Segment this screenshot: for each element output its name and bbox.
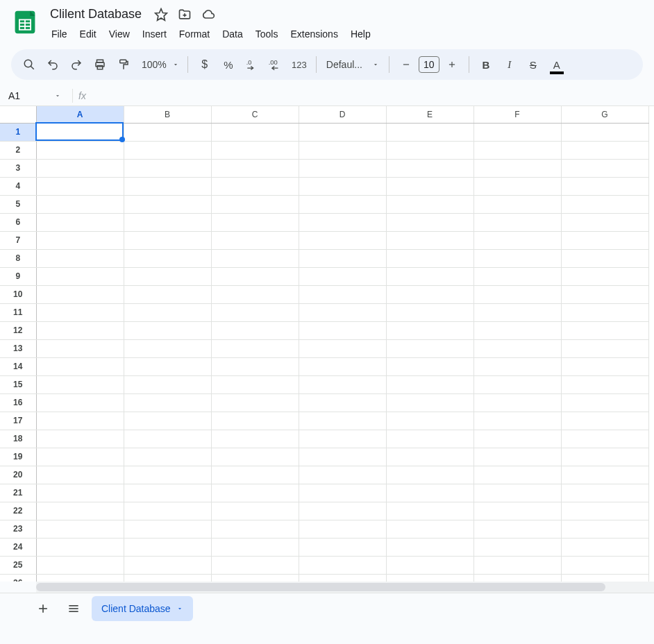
column-header-F[interactable]: F — [473, 106, 561, 123]
cell-E1[interactable] — [386, 123, 473, 141]
cell-G12[interactable] — [561, 321, 648, 339]
cell-C23[interactable] — [211, 520, 299, 538]
cell-B26[interactable] — [124, 574, 211, 582]
cell-D20[interactable] — [299, 466, 386, 484]
name-box[interactable]: A1 — [4, 90, 67, 101]
cell-C10[interactable] — [211, 285, 299, 303]
menu-tools[interactable]: Tools — [250, 26, 284, 42]
cell-C1[interactable] — [211, 123, 299, 141]
cell-F9[interactable] — [473, 267, 561, 285]
row-header-26[interactable]: 26 — [0, 574, 36, 582]
cell-F20[interactable] — [473, 466, 561, 484]
cell-F8[interactable] — [473, 249, 561, 267]
cell-A22[interactable] — [36, 502, 124, 520]
cell-B7[interactable] — [124, 231, 211, 249]
cell-D18[interactable] — [299, 430, 386, 448]
menu-help[interactable]: Help — [345, 26, 376, 42]
cell-C20[interactable] — [211, 466, 299, 484]
cell-G15[interactable] — [561, 375, 648, 393]
font-dropdown[interactable]: Defaul... — [322, 53, 383, 76]
decrease-decimal-button[interactable]: .0 — [241, 53, 263, 76]
currency-button[interactable]: $ — [194, 53, 216, 76]
cell-G24[interactable] — [561, 538, 648, 556]
cell-D9[interactable] — [299, 267, 386, 285]
cell-A6[interactable] — [36, 213, 124, 231]
cell-A23[interactable] — [36, 520, 124, 538]
cell-F25[interactable] — [473, 556, 561, 574]
cell-F21[interactable] — [473, 484, 561, 502]
cell-F23[interactable] — [473, 520, 561, 538]
cell-E6[interactable] — [386, 213, 473, 231]
cell-G16[interactable] — [561, 393, 648, 412]
cell-A24[interactable] — [36, 538, 124, 556]
cell-D13[interactable] — [299, 339, 386, 357]
cell-F3[interactable] — [473, 159, 561, 177]
cell-B5[interactable] — [124, 195, 211, 213]
font-size-input[interactable]: 10 — [419, 56, 439, 73]
cell-C12[interactable] — [211, 321, 299, 339]
cell-G10[interactable] — [561, 285, 648, 303]
cell-B22[interactable] — [124, 502, 211, 520]
cell-G17[interactable] — [561, 412, 648, 430]
all-sheets-button[interactable] — [61, 596, 86, 621]
column-header-C[interactable]: C — [211, 106, 299, 123]
cell-B23[interactable] — [124, 520, 211, 538]
cell-B16[interactable] — [124, 393, 211, 412]
cell-F14[interactable] — [473, 357, 561, 375]
cell-F24[interactable] — [473, 538, 561, 556]
cell-G5[interactable] — [561, 195, 648, 213]
row-header-23[interactable]: 23 — [0, 520, 36, 538]
cell-A3[interactable] — [36, 159, 124, 177]
row-header-13[interactable]: 13 — [0, 339, 36, 357]
cell-F10[interactable] — [473, 285, 561, 303]
cell-D19[interactable] — [299, 448, 386, 466]
cell-F19[interactable] — [473, 448, 561, 466]
cell-B12[interactable] — [124, 321, 211, 339]
horizontal-scrollbar[interactable] — [0, 582, 654, 593]
cell-F1[interactable] — [473, 123, 561, 141]
italic-button[interactable]: I — [498, 53, 521, 76]
cell-C19[interactable] — [211, 448, 299, 466]
cell-A7[interactable] — [36, 231, 124, 249]
row-header-20[interactable]: 20 — [0, 466, 36, 484]
cell-B24[interactable] — [124, 538, 211, 556]
cell-A2[interactable] — [36, 141, 124, 159]
cell-G14[interactable] — [561, 357, 648, 375]
cell-C13[interactable] — [211, 339, 299, 357]
cell-F5[interactable] — [473, 195, 561, 213]
star-icon[interactable] — [153, 6, 169, 23]
cell-A18[interactable] — [36, 430, 124, 448]
cell-E21[interactable] — [386, 484, 473, 502]
cell-E15[interactable] — [386, 375, 473, 393]
bold-button[interactable]: B — [475, 53, 497, 76]
cell-B6[interactable] — [124, 213, 211, 231]
move-icon[interactable] — [176, 6, 193, 23]
cell-C7[interactable] — [211, 231, 299, 249]
cell-B18[interactable] — [124, 430, 211, 448]
undo-button[interactable] — [42, 53, 64, 76]
cell-F11[interactable] — [473, 303, 561, 321]
cell-E19[interactable] — [386, 448, 473, 466]
cell-D6[interactable] — [299, 213, 386, 231]
cell-E10[interactable] — [386, 285, 473, 303]
cell-C24[interactable] — [211, 538, 299, 556]
cell-G22[interactable] — [561, 502, 648, 520]
cell-B8[interactable] — [124, 249, 211, 267]
row-header-11[interactable]: 11 — [0, 303, 36, 321]
row-header-4[interactable]: 4 — [0, 177, 36, 195]
cell-D8[interactable] — [299, 249, 386, 267]
row-header-17[interactable]: 17 — [0, 412, 36, 430]
increase-decimal-button[interactable]: .00 — [265, 53, 287, 76]
cell-G7[interactable] — [561, 231, 648, 249]
formula-bar-input[interactable] — [86, 90, 654, 101]
percent-button[interactable]: % — [217, 53, 240, 76]
cell-B10[interactable] — [124, 285, 211, 303]
cell-A5[interactable] — [36, 195, 124, 213]
cell-D2[interactable] — [299, 141, 386, 159]
print-button[interactable] — [89, 53, 111, 76]
row-header-7[interactable]: 7 — [0, 231, 36, 249]
column-header-G[interactable]: G — [561, 106, 648, 123]
cell-C4[interactable] — [211, 177, 299, 195]
cell-C15[interactable] — [211, 375, 299, 393]
sheet-tab-active[interactable]: Client Database — [92, 596, 193, 621]
